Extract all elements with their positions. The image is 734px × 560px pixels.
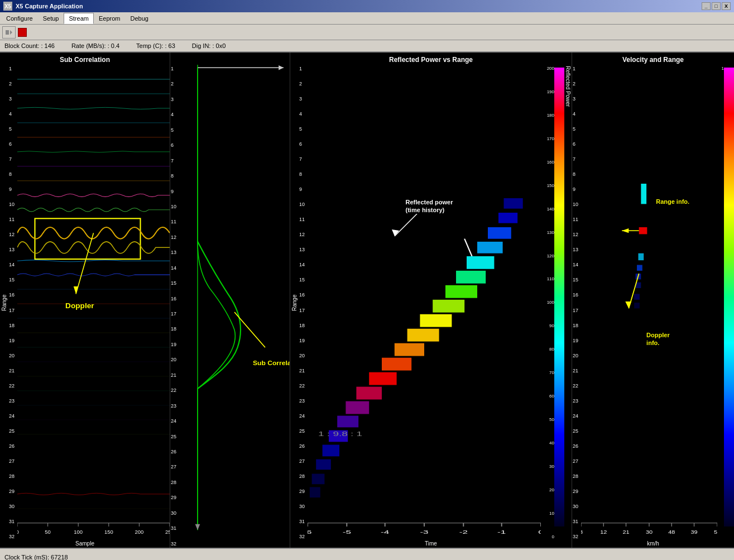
svg-rect-73 xyxy=(637,265,642,270)
svg-text:-3: -3 xyxy=(420,529,429,534)
svg-rect-39 xyxy=(395,343,424,356)
reflected-x-label: Time xyxy=(290,540,572,548)
app-icon: X5 xyxy=(3,2,12,11)
svg-text:21: 21 xyxy=(622,529,630,534)
svg-rect-41 xyxy=(369,372,396,385)
menu-stream[interactable]: Stream xyxy=(64,13,93,24)
maximize-button[interactable]: □ xyxy=(712,2,721,10)
colorbar-wrapper: 2001901801701601501401301201101009080706… xyxy=(541,65,572,540)
svg-rect-37 xyxy=(420,314,452,327)
block-count: Block Count: : 146 xyxy=(4,42,55,49)
svg-rect-32 xyxy=(477,242,503,253)
menu-bar: Configure Setup Stream Eeprom Debug xyxy=(0,12,734,25)
svg-rect-46 xyxy=(323,445,339,457)
svg-rect-0 xyxy=(6,30,9,35)
svg-text:100: 100 xyxy=(74,529,83,535)
svg-text:200: 200 xyxy=(135,529,144,535)
svg-rect-76 xyxy=(634,294,640,299)
svg-rect-30 xyxy=(498,213,517,223)
velocity-colorbar-wrapper: 1 xyxy=(717,65,734,540)
sub-corr-graph-svg: Sub Correlation xyxy=(179,65,290,548)
svg-text:-6: -6 xyxy=(308,529,312,534)
velocity-x-label: km/h xyxy=(572,540,734,548)
reflected-chart-area: 1 : 9.8 : 1 -6 -5 -4 -3 xyxy=(308,65,541,540)
svg-text:57: 57 xyxy=(714,529,717,534)
sub-corr-graph-area: Sub Correlation xyxy=(179,65,290,548)
svg-rect-49 xyxy=(310,487,320,497)
menu-debug[interactable]: Debug xyxy=(125,13,153,24)
toolbar-button-1[interactable] xyxy=(2,26,16,39)
velocity-colorbar xyxy=(724,68,734,527)
title-bar: X5 X5 Capture Application _ □ X xyxy=(0,0,734,12)
svg-text:39: 39 xyxy=(690,529,698,534)
close-button[interactable]: X xyxy=(722,2,731,10)
rate: Rate (MB/s): : 0.4 xyxy=(71,42,119,49)
dig-in: Dig IN: : 0x0 xyxy=(192,42,226,49)
sub-corr-range-labels: 1234567891011121314151617181920212223242… xyxy=(8,65,17,540)
sub-corr-svg: 0 50 100 150 200 250 Doppler xyxy=(17,65,170,540)
main-content: Sub Correlation Range 123456789101112131… xyxy=(0,52,734,548)
svg-text:48: 48 xyxy=(668,529,675,534)
svg-rect-36 xyxy=(433,300,464,313)
clock-tick-1: Clock Tick (mS): 67218 xyxy=(4,554,730,560)
svg-rect-28 xyxy=(308,65,541,540)
reflected-svg: 1 : 9.8 : 1 -6 -5 -4 -3 xyxy=(308,65,541,540)
sub-corr-range-label: Range xyxy=(0,65,8,540)
menu-eeprom[interactable]: Eeprom xyxy=(94,13,126,24)
status-bar: Block Count: : 146 Rate (MB/s): : 0.4 Te… xyxy=(0,40,734,52)
svg-text:50: 50 xyxy=(45,529,51,535)
sub-corr-chart-area: 0 50 100 150 200 250 Doppler xyxy=(17,65,170,540)
velocity-svg: 3 12 21 30 48 39 57 xyxy=(581,65,717,540)
svg-rect-38 xyxy=(407,329,439,342)
svg-rect-77 xyxy=(634,303,640,308)
reflected-range-label: Range xyxy=(290,65,299,540)
svg-rect-29 xyxy=(504,198,523,209)
velocity-range-labels: 1234567891011121314151617181920212223242… xyxy=(572,65,581,540)
svg-text:250: 250 xyxy=(165,529,170,535)
sub-corr-graph-range-labels: 1234567891011121314151617181920212223242… xyxy=(170,65,179,548)
velocity-range-title: Velocity and Range xyxy=(572,52,734,65)
svg-rect-43 xyxy=(346,401,369,414)
velocity-colorbar-labels: 1 xyxy=(717,65,724,540)
svg-rect-48 xyxy=(312,474,325,485)
svg-text:-5: -5 xyxy=(343,529,352,534)
svg-rect-72 xyxy=(638,253,644,260)
svg-text:-2: -2 xyxy=(459,529,468,534)
bottom-status: Clock Tick (mS): 67218 Clock Tick (mS): … xyxy=(0,548,734,560)
menu-setup[interactable]: Setup xyxy=(38,13,64,24)
colorbar xyxy=(554,68,564,527)
reflected-power-panel: Reflected Power vs Range Range 123456789… xyxy=(290,52,572,548)
sub-correlation-panel: Sub Correlation Range 123456789101112131… xyxy=(0,52,170,548)
svg-marker-1 xyxy=(10,30,12,35)
svg-text:Doppler: Doppler xyxy=(65,301,94,310)
svg-rect-47 xyxy=(316,460,331,470)
colorbar-labels: 2001901801701601501401301201101009080706… xyxy=(541,65,554,540)
svg-text:0: 0 xyxy=(538,529,541,534)
svg-text:1 : 9.8 : 1: 1 : 9.8 : 1 xyxy=(318,430,362,437)
minimize-button[interactable]: _ xyxy=(702,2,711,10)
svg-text:150: 150 xyxy=(104,529,113,535)
velocity-range-panel: Velocity and Range 123456789101112131415… xyxy=(572,52,734,548)
window-controls: _ □ X xyxy=(702,2,731,10)
svg-rect-69 xyxy=(581,65,717,540)
svg-rect-71 xyxy=(639,227,647,234)
velocity-chart-area: 3 12 21 30 48 39 57 xyxy=(581,65,717,540)
reflected-power-title: Reflected Power vs Range xyxy=(290,52,572,65)
menu-configure[interactable]: Configure xyxy=(1,13,38,24)
svg-rect-35 xyxy=(445,285,477,298)
reflected-range-labels: 1234567891011121314151617181920212223242… xyxy=(299,65,308,540)
svg-rect-44 xyxy=(337,416,358,428)
window-title: X5 Capture Application xyxy=(16,3,83,9)
stop-button[interactable] xyxy=(18,28,27,37)
svg-rect-31 xyxy=(488,227,511,239)
sub-correlation-title: Sub Correlation xyxy=(0,52,170,65)
sub-corr-graph-panel: 1234567891011121314151617181920212223242… xyxy=(170,52,290,548)
toolbar xyxy=(0,25,734,40)
svg-text:30: 30 xyxy=(646,529,653,534)
svg-text:12: 12 xyxy=(600,529,607,534)
svg-text:-4: -4 xyxy=(381,529,390,534)
svg-rect-40 xyxy=(382,358,411,371)
temp: Temp (C): : 63 xyxy=(136,42,175,49)
svg-text:-1: -1 xyxy=(497,529,506,534)
svg-text:Sub Correlation: Sub Correlation xyxy=(253,359,290,367)
